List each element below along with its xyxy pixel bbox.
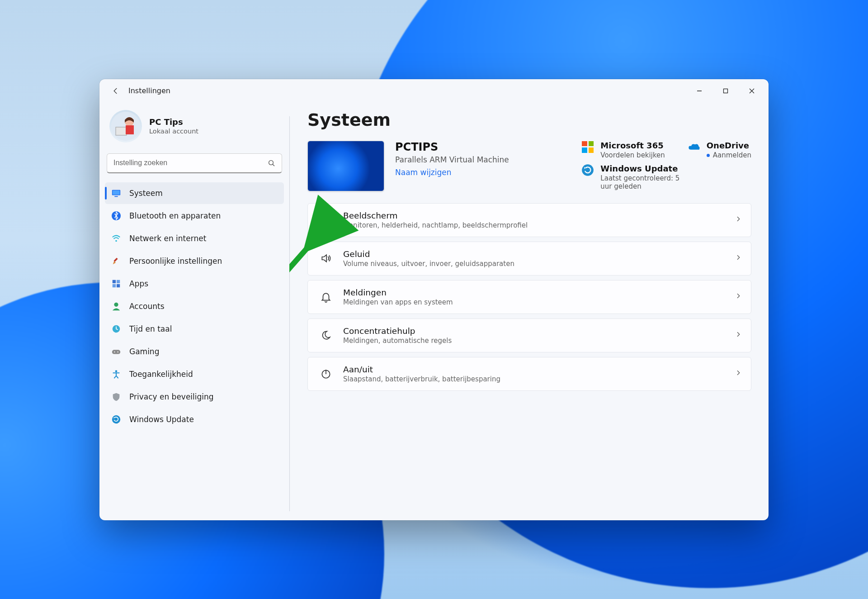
service-title: OneDrive: [707, 141, 751, 150]
sidebar-item-personalization[interactable]: Persoonlijke instellingen: [105, 250, 284, 272]
svg-rect-8: [114, 196, 118, 197]
card-sound[interactable]: GeluidVolume niveaus, uitvoer, invoer, g…: [307, 242, 751, 276]
settings-window: Instellingen PC Tips: [99, 79, 769, 520]
device-thumbnail: [307, 141, 384, 191]
card-title: Meldingen: [343, 288, 453, 297]
service-microsoft365[interactable]: Microsoft 365 Voordelen bekijken: [581, 141, 665, 159]
sidebar-item-windows-update[interactable]: Windows Update: [105, 409, 284, 430]
svg-rect-7: [113, 190, 120, 195]
sidebar-item-label: Persoonlijke instellingen: [129, 257, 222, 266]
svg-point-22: [112, 415, 120, 423]
svg-point-20: [117, 351, 118, 352]
card-subtitle: Slaapstand, batterijverbruik, batterijbe…: [343, 375, 500, 383]
svg-rect-13: [117, 280, 120, 283]
sidebar-item-bluetooth[interactable]: Bluetooth en apparaten: [105, 205, 284, 227]
bluetooth-icon: [111, 211, 121, 221]
sidebar-item-accessibility[interactable]: Toegankelijkheid: [105, 363, 284, 385]
update-icon: [111, 414, 121, 424]
sidebar-item-label: Windows Update: [129, 415, 194, 424]
apps-icon: [111, 279, 121, 289]
svg-point-19: [114, 351, 115, 352]
sidebar-item-label: Netwerk en internet: [129, 234, 206, 243]
rename-link[interactable]: Naam wijzigen: [395, 168, 452, 177]
sidebar-item-label: Toegankelijkheid: [129, 370, 193, 379]
bell-icon: [317, 291, 335, 303]
microsoft365-icon: [581, 141, 594, 153]
service-onedrive[interactable]: OneDrive Aanmelden: [688, 141, 751, 159]
network-icon: [111, 233, 121, 243]
device-name: PCTIPS: [395, 141, 509, 153]
svg-line-27: [289, 245, 310, 320]
close-button[interactable]: [739, 81, 765, 101]
account-subtitle: Lokaal account: [149, 128, 198, 135]
device-section: PCTIPS Parallels ARM Virtual Machine Naa…: [307, 141, 751, 191]
sidebar-item-system[interactable]: Systeem: [105, 182, 284, 204]
sidebar-item-time-language[interactable]: Tijd en taal: [105, 318, 284, 340]
search-input[interactable]: [107, 153, 282, 173]
card-subtitle: Monitoren, helderheid, nachtlamp, beelds…: [343, 221, 528, 229]
sidebar-item-accounts[interactable]: Accounts: [105, 295, 284, 317]
svg-rect-2: [116, 127, 127, 135]
card-subtitle: Volume niveaus, uitvoer, invoer, geluids…: [343, 260, 514, 268]
card-title: Concentratiehulp: [343, 326, 452, 336]
svg-rect-18: [112, 350, 120, 354]
sidebar-item-label: Tijd en taal: [129, 324, 172, 333]
main-content: Systeem PCTIPS Parallels ARM Virtual Mac…: [289, 103, 769, 520]
chevron-right-icon: [735, 254, 742, 263]
sidebar-item-label: Privacy en beveiliging: [129, 392, 214, 401]
svg-rect-24: [321, 216, 331, 222]
account-name: PC Tips: [149, 117, 198, 127]
sidebar-item-label: Gaming: [129, 347, 159, 356]
personalization-icon: [111, 256, 121, 266]
sidebar-item-apps[interactable]: Apps: [105, 273, 284, 295]
sidebar-item-label: Systeem: [129, 189, 163, 198]
sound-icon: [317, 252, 335, 264]
svg-point-21: [115, 370, 118, 372]
chevron-right-icon: [735, 331, 742, 340]
card-display[interactable]: BeeldschermMonitoren, helderheid, nachtl…: [307, 203, 751, 237]
search-box: [107, 153, 282, 173]
svg-point-10: [115, 240, 117, 242]
card-title: Beeldscherm: [343, 211, 528, 220]
gaming-icon: [111, 347, 121, 357]
accessibility-icon: [111, 369, 121, 379]
card-notifications[interactable]: MeldingenMeldingen van apps en systeem: [307, 280, 751, 314]
accounts-icon: [111, 301, 121, 311]
card-title: Aan/uit: [343, 365, 500, 374]
windows-update-icon: [581, 164, 594, 176]
sidebar-nav: Systeem Bluetooth en apparaten Netwerk e…: [105, 182, 284, 430]
card-subtitle: Meldingen van apps en systeem: [343, 298, 453, 306]
svg-rect-14: [113, 284, 116, 287]
sidebar-item-label: Bluetooth en apparaten: [129, 211, 221, 220]
sidebar-item-privacy[interactable]: Privacy en beveiliging: [105, 386, 284, 408]
account-card[interactable]: PC Tips Lokaal account: [105, 107, 284, 149]
card-focus-assist[interactable]: ConcentratiehulpMeldingen, automatische …: [307, 319, 751, 352]
chevron-right-icon: [735, 369, 742, 378]
card-power[interactable]: Aan/uitSlaapstand, batterijverbruik, bat…: [307, 357, 751, 391]
back-button[interactable]: [108, 83, 124, 99]
sidebar-item-label: Apps: [129, 279, 148, 288]
search-icon: [268, 159, 276, 167]
service-title: Microsoft 365: [600, 141, 665, 150]
svg-rect-4: [126, 125, 134, 134]
chevron-right-icon: [735, 292, 742, 301]
service-title: Windows Update: [600, 164, 685, 173]
svg-point-5: [269, 160, 274, 165]
maximize-button[interactable]: [712, 81, 739, 101]
page-title: Systeem: [307, 110, 751, 130]
chevron-right-icon: [735, 215, 742, 224]
sidebar-item-network[interactable]: Netwerk en internet: [105, 228, 284, 249]
svg-point-16: [114, 302, 118, 306]
sidebar-item-gaming[interactable]: Gaming: [105, 341, 284, 362]
annotation-arrow-1: [289, 157, 294, 181]
service-subtitle: Laatst gecontroleerd: 5 uur geleden: [600, 174, 685, 190]
sidebar: PC Tips Lokaal account Systeem Bluetooth…: [99, 103, 289, 520]
time-icon: [111, 324, 121, 334]
card-subtitle: Meldingen, automatische regels: [343, 337, 452, 345]
avatar: [109, 110, 142, 143]
service-subtitle: Aanmelden: [707, 151, 751, 159]
svg-rect-0: [724, 89, 728, 93]
svg-rect-15: [117, 284, 120, 287]
minimize-button[interactable]: [686, 81, 712, 101]
service-windows-update[interactable]: Windows Update Laatst gecontroleerd: 5 u…: [581, 164, 685, 190]
